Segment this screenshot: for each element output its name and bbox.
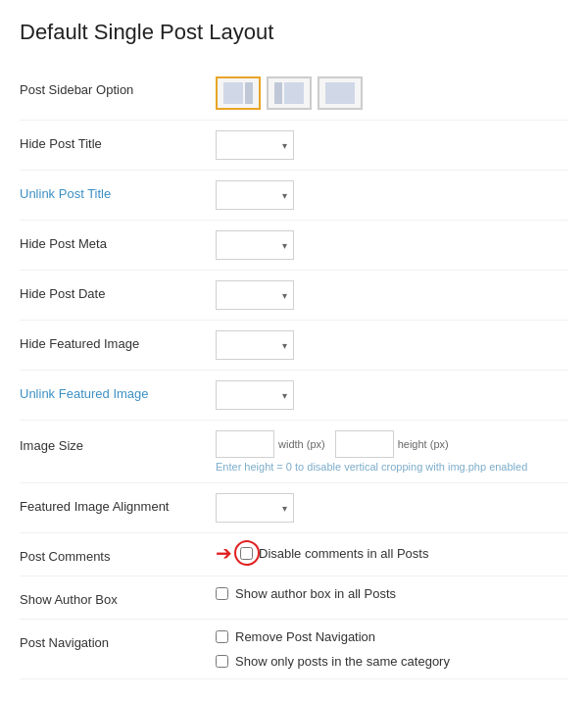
image-size-control: width (px) height (px) Enter height = 0 … <box>216 430 568 473</box>
red-arrow-icon: ➔ <box>216 543 232 563</box>
row-post-sidebar-option: Post Sidebar Option <box>20 67 568 121</box>
remove-post-navigation-row: Remove Post Navigation <box>216 629 375 644</box>
row-image-size: Image Size width (px) height (px) Enter … <box>20 421 568 483</box>
hide-post-meta-select[interactable] <box>216 230 294 260</box>
label-post-comments: Post Comments <box>20 543 216 564</box>
unlink-post-title-select-wrapper: ▾ <box>216 180 294 210</box>
label-hide-featured-image: Hide Featured Image <box>20 330 216 351</box>
featured-image-alignment-control: ▾ <box>216 493 568 523</box>
remove-post-navigation-label: Remove Post Navigation <box>235 629 375 644</box>
hide-post-meta-control: ▾ <box>216 230 568 260</box>
hide-post-date-control: ▾ <box>216 280 568 310</box>
label-post-sidebar-option: Post Sidebar Option <box>20 76 216 97</box>
hide-post-title-select-wrapper: ▾ <box>216 130 294 160</box>
disable-comments-checkbox[interactable] <box>240 547 253 560</box>
layout-side-col <box>245 82 253 104</box>
label-featured-image-alignment: Featured Image Alignment <box>20 493 216 514</box>
post-navigation-control: Remove Post Navigation Show only posts i… <box>216 629 568 669</box>
sidebar-options-control <box>216 76 568 110</box>
featured-image-alignment-select[interactable] <box>216 493 294 523</box>
label-unlink-featured-image: Unlink Featured Image <box>20 380 216 401</box>
label-hide-post-date: Hide Post Date <box>20 280 216 301</box>
label-hide-post-meta: Hide Post Meta <box>20 230 216 251</box>
show-same-category-checkbox[interactable] <box>216 655 228 668</box>
row-unlink-post-title: Unlink Post Title ▾ <box>20 171 568 221</box>
unlink-featured-image-select-wrapper: ▾ <box>216 380 294 410</box>
show-author-box-checkbox[interactable] <box>216 587 228 600</box>
label-hide-post-title: Hide Post Title <box>20 130 216 151</box>
unlink-post-title-control: ▾ <box>216 180 568 210</box>
post-comments-control: ➔ Disable comments in all Posts <box>216 543 568 563</box>
hide-post-title-select[interactable] <box>216 130 294 160</box>
row-hide-post-meta: Hide Post Meta ▾ <box>20 221 568 271</box>
hide-featured-image-select[interactable] <box>216 330 294 360</box>
row-hide-featured-image: Hide Featured Image ▾ <box>20 321 568 371</box>
sidebar-option-btn-3[interactable] <box>318 76 363 110</box>
show-same-category-label: Show only posts in the same category <box>235 654 450 669</box>
row-hide-post-date: Hide Post Date ▾ <box>20 271 568 321</box>
hide-post-title-control: ▾ <box>216 130 568 160</box>
sidebar-options-group <box>216 76 363 110</box>
row-hide-post-title: Hide Post Title ▾ <box>20 121 568 171</box>
show-author-box-row: Show author box in all Posts <box>216 586 396 601</box>
hide-post-date-select-wrapper: ▾ <box>216 280 294 310</box>
unlink-post-title-select[interactable] <box>216 180 294 210</box>
hide-featured-image-control: ▾ <box>216 330 568 360</box>
sidebar-option-btn-1[interactable] <box>216 76 261 110</box>
unlink-featured-image-select[interactable] <box>216 380 294 410</box>
unlink-featured-image-control: ▾ <box>216 380 568 410</box>
image-width-input[interactable] <box>216 430 274 458</box>
layout-side-col <box>274 82 282 104</box>
remove-post-navigation-checkbox[interactable] <box>216 630 228 643</box>
row-featured-image-alignment: Featured Image Alignment ▾ <box>20 483 568 533</box>
checkbox-highlight-wrapper <box>240 547 253 560</box>
show-same-category-row: Show only posts in the same category <box>216 654 450 669</box>
row-show-author-box: Show Author Box Show author box in all P… <box>20 576 568 620</box>
sidebar-option-btn-2[interactable] <box>267 76 312 110</box>
layout-main-col <box>325 82 355 104</box>
label-show-author-box: Show Author Box <box>20 586 216 607</box>
row-post-comments: Post Comments ➔ Disable comments in all … <box>20 533 568 576</box>
layout-main-col <box>223 82 243 104</box>
width-label: width (px) <box>278 438 325 450</box>
row-unlink-featured-image: Unlink Featured Image ▾ <box>20 371 568 421</box>
hide-featured-image-select-wrapper: ▾ <box>216 330 294 360</box>
image-size-hint: Enter height = 0 to disable vertical cro… <box>216 461 527 473</box>
hide-post-meta-select-wrapper: ▾ <box>216 230 294 260</box>
label-post-navigation: Post Navigation <box>20 629 216 650</box>
image-size-inputs-group: width (px) height (px) <box>216 430 449 458</box>
row-post-navigation: Post Navigation Remove Post Navigation S… <box>20 620 568 679</box>
label-unlink-post-title: Unlink Post Title <box>20 180 216 201</box>
page-title: Default Single Post Layout <box>20 20 568 45</box>
image-height-input[interactable] <box>335 430 394 458</box>
featured-image-alignment-select-wrapper: ▾ <box>216 493 294 523</box>
disable-comments-label: Disable comments in all Posts <box>259 546 428 561</box>
show-author-box-control: Show author box in all Posts <box>216 586 568 601</box>
height-label: height (px) <box>398 438 449 450</box>
label-image-size: Image Size <box>20 430 216 453</box>
layout-main-col <box>284 82 304 104</box>
show-author-box-label: Show author box in all Posts <box>235 586 396 601</box>
hide-post-date-select[interactable] <box>216 280 294 310</box>
